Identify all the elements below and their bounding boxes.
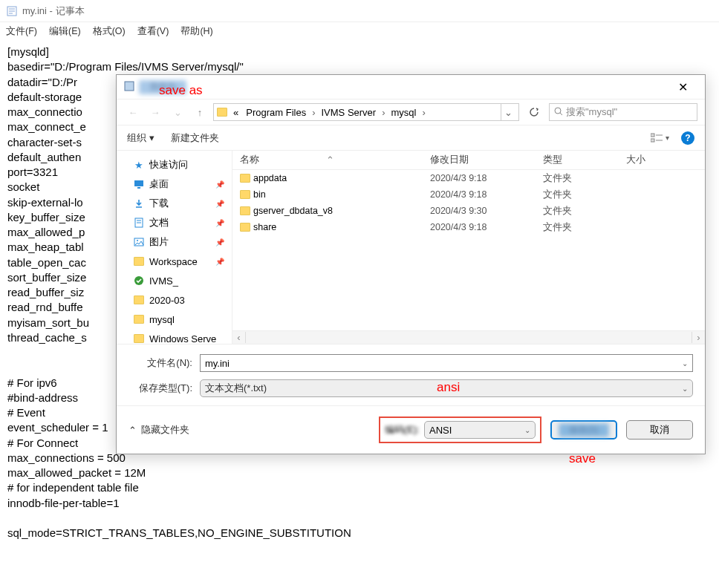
- nav-recent-icon[interactable]: ⌄: [169, 103, 186, 121]
- svg-rect-11: [134, 180, 143, 186]
- pin-icon: 📌: [215, 258, 224, 266]
- chevron-right-icon: ›: [380, 107, 386, 118]
- menu-file[interactable]: 文件(F): [6, 25, 37, 38]
- save-icon: [124, 81, 134, 94]
- file-name: share: [253, 222, 276, 232]
- dialog-toolbar: 组织 ▾ 新建文件夹 ▾ ?: [117, 125, 705, 151]
- pin-icon: 📌: [215, 200, 224, 208]
- file-date: 2020/4/3 9:18: [430, 222, 543, 232]
- nav-back-icon[interactable]: ←: [124, 103, 142, 121]
- new-folder-button[interactable]: 新建文件夹: [171, 131, 219, 145]
- crumb-1[interactable]: IVMS Server: [319, 104, 380, 120]
- file-list-area: 名称⌃ 修改日期 类型 大小 appdata2020/4/3 9:18文件夹bi…: [232, 151, 705, 344]
- crumb-0[interactable]: Program Files: [243, 104, 309, 120]
- file-list[interactable]: appdata2020/4/3 9:18文件夹bin2020/4/3 9:18文…: [232, 170, 705, 330]
- file-name: appdata: [253, 173, 287, 183]
- sidebar-item-icon: [133, 197, 145, 209]
- svg-rect-4: [125, 82, 134, 91]
- encoding-group: 编码(E): ANSI ⌄: [379, 416, 541, 443]
- file-row[interactable]: bin2020/4/3 9:18文件夹: [232, 186, 705, 203]
- col-size[interactable]: 大小: [626, 154, 645, 166]
- sidebar-item[interactable]: 下载📌: [117, 194, 232, 213]
- folder-icon: [240, 190, 250, 199]
- svg-rect-7: [651, 134, 654, 137]
- col-name[interactable]: 名称: [240, 154, 259, 166]
- address-dropdown-icon[interactable]: ⌄: [501, 104, 515, 120]
- sidebar-item-label: 快速访问: [149, 158, 188, 172]
- sidebar-item-label: IVMS_: [149, 275, 178, 287]
- sidebar-item[interactable]: ★快速访问: [117, 155, 232, 174]
- help-button[interactable]: ?: [681, 131, 694, 145]
- crumb-prefix[interactable]: «: [230, 104, 241, 120]
- sidebar-item[interactable]: Windows Serve: [117, 329, 232, 344]
- sidebar-item-label: Workspace: [149, 256, 198, 267]
- annotation-saveas: save as: [159, 83, 203, 98]
- search-icon: [554, 107, 563, 118]
- sidebar-item[interactable]: mysql: [117, 310, 232, 329]
- chevron-down-icon: ▾: [666, 134, 669, 142]
- pin-icon: 📌: [215, 238, 224, 246]
- scroll-right-icon[interactable]: ›: [692, 332, 705, 343]
- dialog-footer: ⌃ 隐藏文件夹 编码(E): ANSI ⌄ 保存(S) 取消: [117, 405, 705, 454]
- cancel-button[interactable]: 取消: [626, 420, 693, 440]
- file-date: 2020/4/3 9:18: [430, 189, 543, 200]
- folder-icon: [240, 206, 250, 215]
- nav-up-icon[interactable]: ↑: [191, 103, 209, 121]
- hide-folders-toggle[interactable]: ⌃ 隐藏文件夹: [128, 423, 189, 437]
- col-date[interactable]: 修改日期: [430, 154, 543, 166]
- dialog-fields: 文件名(N): my.ini ⌄ 保存类型(T): 文本文档(*.txt) ⌄: [117, 344, 705, 405]
- folder-icon: [240, 223, 250, 232]
- sidebar-item[interactable]: 桌面📌: [117, 174, 232, 194]
- dialog-body: ★快速访问桌面📌下载📌文档📌图片📌Workspace📌IVMS_2020-03m…: [117, 151, 705, 344]
- sidebar-item-label: 图片: [149, 235, 169, 249]
- annotation-ansi: ansi: [437, 380, 460, 395]
- filename-input[interactable]: my.ini ⌄: [200, 354, 693, 372]
- filename-value: my.ini: [205, 358, 230, 369]
- horizontal-scrollbar[interactable]: ‹ ›: [232, 330, 705, 344]
- organize-button[interactable]: 组织 ▾: [127, 131, 154, 145]
- svg-rect-8: [651, 139, 654, 142]
- menu-view[interactable]: 查看(V): [137, 25, 169, 38]
- file-row[interactable]: share2020/4/3 9:18文件夹: [232, 219, 705, 235]
- chevron-right-icon: ›: [310, 107, 316, 118]
- sidebar-item-icon: [133, 178, 145, 190]
- breadcrumb-bar[interactable]: « Program Files › IVMS Server › mysql › …: [213, 103, 519, 121]
- sidebar-item-icon: [133, 236, 145, 248]
- close-button[interactable]: ✕: [668, 76, 697, 97]
- view-button[interactable]: ▾: [651, 133, 669, 143]
- menu-edit[interactable]: 编辑(E): [49, 25, 81, 38]
- notepad-menubar: 文件(F) 编辑(E) 格式(O) 查看(V) 帮助(H): [0, 22, 719, 40]
- sidebar-item[interactable]: 2020-03: [117, 290, 232, 310]
- file-columns-header: 名称⌃ 修改日期 类型 大小: [232, 151, 705, 170]
- scroll-left-icon[interactable]: ‹: [232, 332, 246, 343]
- sidebar-item-icon: [133, 255, 145, 267]
- svg-point-5: [555, 108, 561, 114]
- col-type[interactable]: 类型: [543, 154, 626, 166]
- file-type: 文件夹: [543, 205, 626, 218]
- file-date: 2020/4/3 9:30: [430, 206, 543, 216]
- file-row[interactable]: appdata2020/4/3 9:18文件夹: [232, 170, 705, 186]
- search-input[interactable]: 搜索"mysql": [549, 103, 697, 121]
- save-button[interactable]: 保存(S): [550, 420, 617, 440]
- chevron-right-icon: ›: [420, 107, 426, 118]
- chevron-down-icon[interactable]: ⌄: [682, 359, 688, 368]
- menu-help[interactable]: 帮助(H): [180, 25, 212, 38]
- nav-forward-icon[interactable]: →: [146, 103, 164, 121]
- file-row[interactable]: gserver_dbdata_v82020/4/3 9:30文件夹: [232, 203, 705, 219]
- encoding-select[interactable]: ANSI ⌄: [424, 421, 536, 439]
- encoding-label: 编码(E):: [385, 423, 420, 437]
- sidebar-item[interactable]: 图片📌: [117, 232, 232, 252]
- pin-icon: 📌: [215, 180, 224, 189]
- menu-format[interactable]: 格式(O): [93, 25, 126, 38]
- sidebar-item[interactable]: Workspace📌: [117, 252, 232, 271]
- refresh-button[interactable]: [524, 103, 544, 121]
- sidebar-item-icon: [133, 333, 145, 344]
- file-type: 文件夹: [543, 172, 626, 185]
- notepad-icon: [6, 5, 18, 17]
- sidebar-item[interactable]: 文档📌: [117, 213, 232, 232]
- hide-folders-label: 隐藏文件夹: [141, 423, 189, 437]
- cancel-button-label: 取消: [650, 423, 669, 437]
- crumb-2[interactable]: mysql: [388, 104, 420, 120]
- file-date: 2020/4/3 9:18: [430, 173, 543, 183]
- sidebar-item[interactable]: IVMS_: [117, 271, 232, 290]
